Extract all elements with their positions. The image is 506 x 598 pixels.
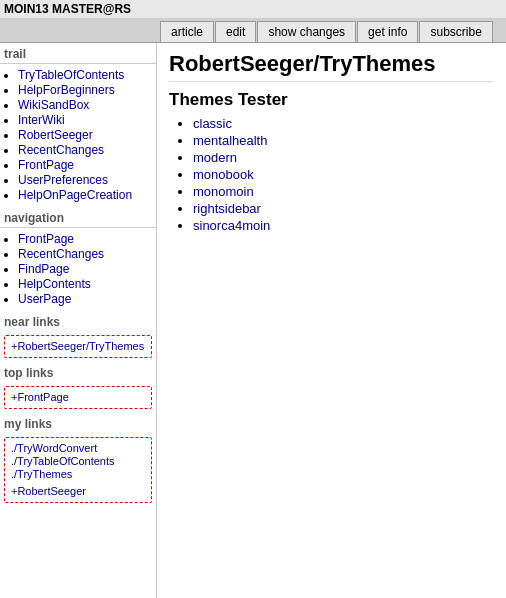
trail-link[interactable]: HelpForBeginners: [18, 83, 115, 97]
theme-link[interactable]: monobook: [193, 167, 254, 182]
top-links-box: +FrontPage: [4, 386, 152, 409]
sidebar: trail TryTableOfContentsHelpForBeginners…: [0, 43, 157, 598]
theme-link[interactable]: rightsidebar: [193, 201, 261, 216]
theme-item: monomoin: [193, 184, 494, 199]
trail-item: FrontPage: [18, 158, 152, 172]
trail-item: UserPreferences: [18, 173, 152, 187]
trail-item: WikiSandBox: [18, 98, 152, 112]
content-area: RobertSeeger/TryThemes Themes Tester cla…: [157, 43, 506, 598]
my-links-extra-content: +RobertSeeger: [7, 483, 149, 500]
nav-item: RecentChanges: [18, 247, 152, 261]
theme-item: rightsidebar: [193, 201, 494, 216]
near-links-label: near links: [0, 311, 156, 331]
theme-item: modern: [193, 150, 494, 165]
trail-link[interactable]: TryTableOfContents: [18, 68, 124, 82]
theme-link[interactable]: monomoin: [193, 184, 254, 199]
nav-item: HelpContents: [18, 277, 152, 291]
tab-show-changes[interactable]: show changes: [257, 21, 356, 42]
sidebar-navigation-title: navigation: [0, 207, 156, 228]
trail-item: RecentChanges: [18, 143, 152, 157]
sidebar-navigation-list: FrontPageRecentChangesFindPageHelpConten…: [0, 230, 156, 311]
theme-item: classic: [193, 116, 494, 131]
theme-item: mentalhealth: [193, 133, 494, 148]
trail-item: HelpForBeginners: [18, 83, 152, 97]
sidebar-trail-title: trail: [0, 43, 156, 64]
nav-item: UserPage: [18, 292, 152, 306]
my-links-box: ./TryWordConvert./TryTableOfContents./Tr…: [4, 437, 152, 503]
nav-link[interactable]: UserPage: [18, 292, 71, 306]
content-heading: Themes Tester: [169, 90, 494, 110]
header-title: MOIN13 MASTER@RS: [4, 2, 131, 16]
theme-link[interactable]: sinorca4moin: [193, 218, 270, 233]
sidebar-trail-list: TryTableOfContentsHelpForBeginnersWikiSa…: [0, 66, 156, 207]
trail-item: RobertSeeger: [18, 128, 152, 142]
trail-link[interactable]: InterWiki: [18, 113, 65, 127]
trail-link[interactable]: RecentChanges: [18, 143, 104, 157]
themes-list: classicmentalhealthmodernmonobookmonomoi…: [169, 116, 494, 233]
trail-item: HelpOnPageCreation: [18, 188, 152, 202]
nav-item: FrontPage: [18, 232, 152, 246]
tab-article[interactable]: article: [160, 21, 214, 42]
nav-link[interactable]: RecentChanges: [18, 247, 104, 261]
page-title: RobertSeeger/TryThemes: [169, 51, 494, 82]
my-link[interactable]: ./TryTableOfContents: [11, 455, 147, 467]
tabs-bar: article edit show changes get info subsc…: [0, 19, 506, 43]
my-links-label: my links: [0, 413, 156, 433]
tab-subscribe[interactable]: subscribe: [419, 21, 492, 42]
theme-link[interactable]: mentalhealth: [193, 133, 267, 148]
nav-link[interactable]: FindPage: [18, 262, 69, 276]
trail-item: TryTableOfContents: [18, 68, 152, 82]
theme-item: sinorca4moin: [193, 218, 494, 233]
theme-link[interactable]: modern: [193, 150, 237, 165]
tab-get-info[interactable]: get info: [357, 21, 418, 42]
my-link[interactable]: ./TryWordConvert: [11, 442, 147, 454]
trail-item: InterWiki: [18, 113, 152, 127]
top-links-label: top links: [0, 362, 156, 382]
trail-link[interactable]: WikiSandBox: [18, 98, 89, 112]
nav-link[interactable]: FrontPage: [18, 232, 74, 246]
theme-link[interactable]: classic: [193, 116, 232, 131]
top-link[interactable]: +FrontPage: [11, 391, 147, 403]
near-links-content: +RobertSeeger/TryThemes: [7, 338, 149, 355]
top-links-content: +FrontPage: [7, 389, 149, 406]
my-link[interactable]: ./TryThemes: [11, 468, 147, 480]
main-layout: trail TryTableOfContentsHelpForBeginners…: [0, 43, 506, 598]
nav-item: FindPage: [18, 262, 152, 276]
my-link-extra[interactable]: +RobertSeeger: [11, 485, 147, 497]
trail-link[interactable]: HelpOnPageCreation: [18, 188, 132, 202]
tab-edit[interactable]: edit: [215, 21, 256, 42]
trail-link[interactable]: RobertSeeger: [18, 128, 93, 142]
theme-item: monobook: [193, 167, 494, 182]
near-link[interactable]: +RobertSeeger/TryThemes: [11, 340, 147, 352]
trail-link[interactable]: UserPreferences: [18, 173, 108, 187]
nav-link[interactable]: HelpContents: [18, 277, 91, 291]
trail-link[interactable]: FrontPage: [18, 158, 74, 172]
header: MOIN13 MASTER@RS: [0, 0, 506, 19]
near-links-box: +RobertSeeger/TryThemes: [4, 335, 152, 358]
my-links-content: ./TryWordConvert./TryTableOfContents./Tr…: [7, 440, 149, 483]
